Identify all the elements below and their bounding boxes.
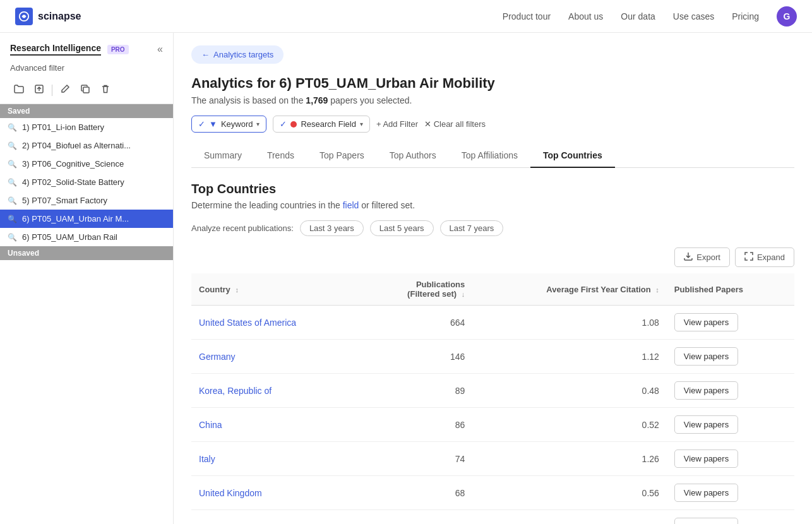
col-country: Country ↕: [191, 273, 362, 306]
avg-citation-uk: 0.56: [472, 476, 667, 510]
user-avatar[interactable]: G: [777, 6, 797, 27]
usa-link[interactable]: United States of America: [199, 318, 296, 328]
nav-about-us[interactable]: About us: [568, 11, 603, 21]
sidebar-item-3[interactable]: 🔍 3) PT06_Cognitive_Science: [0, 155, 173, 173]
sidebar-item-6[interactable]: 🔍 6) PT05_UAM_Urban Air M...: [0, 210, 173, 228]
tab-top-affiliations[interactable]: Top Affiliations: [449, 144, 530, 168]
view-papers-uk: View papers: [667, 476, 794, 510]
avg-citation-china: 0.52: [472, 408, 667, 442]
country-china: China: [191, 408, 362, 442]
svg-rect-2: [83, 87, 89, 93]
pubs-china: 86: [362, 408, 472, 442]
expand-button[interactable]: Expand: [735, 247, 794, 267]
tabs-row: Summary Trends Top Papers Top Authors To…: [191, 144, 794, 168]
country-germany: Germany: [191, 340, 362, 374]
nav-use-cases[interactable]: Use cases: [673, 11, 714, 21]
pro-badge: PRO: [107, 45, 129, 54]
unsaved-section-label: Unsaved: [0, 246, 173, 260]
filter-row: ✓ ▼ Keyword ▾ ✓ Research Field ▾ + Add F…: [191, 116, 794, 133]
sidebar-item-label-5: 5) PT07_Smart Factory: [22, 196, 107, 205]
korea-link[interactable]: Korea, Republic of: [199, 386, 272, 396]
collapse-button[interactable]: «: [157, 44, 163, 55]
sidebar-item-5[interactable]: 🔍 5) PT07_Smart Factory: [0, 191, 173, 210]
navbar-right: Product tour About us Our data Use cases…: [503, 6, 797, 27]
add-filter-button[interactable]: + Add Filter: [376, 119, 418, 129]
countries-table: Country ↕ Publications(Filtered set) ↓ A…: [191, 273, 794, 524]
view-papers-button-italy[interactable]: View papers: [674, 450, 738, 468]
research-field-filter-chip[interactable]: ✓ Research Field ▾: [273, 116, 369, 133]
search-icon-5: 🔍: [8, 196, 17, 205]
field-link[interactable]: field: [343, 200, 359, 210]
view-papers-button-usa[interactable]: View papers: [674, 313, 738, 331]
view-papers-button-germany[interactable]: View papers: [674, 347, 738, 366]
last-3-years-chip[interactable]: Last 3 years: [300, 220, 364, 236]
pubs-italy: 74: [362, 442, 472, 476]
nav-pricing[interactable]: Pricing: [732, 11, 759, 21]
italy-link[interactable]: Italy: [199, 454, 215, 464]
clear-filters-button[interactable]: ✕ Clear all filters: [424, 119, 486, 129]
view-papers-button-korea[interactable]: View papers: [674, 381, 738, 400]
search-icon-2: 🔍: [8, 141, 17, 150]
germany-link[interactable]: Germany: [199, 352, 236, 362]
navbar-left: scinapse: [15, 8, 81, 25]
tab-top-papers[interactable]: Top Papers: [307, 144, 377, 168]
china-link[interactable]: China: [199, 420, 222, 430]
paper-count: 1,769: [306, 95, 328, 105]
filter-label: Advanced filter: [0, 61, 173, 79]
main-content: ← Analytics targets Analytics for 6) PT0…: [174, 33, 812, 524]
table-header: Country ↕ Publications(Filtered set) ↓ A…: [191, 273, 794, 306]
export-label: Export: [696, 253, 720, 262]
tab-summary[interactable]: Summary: [191, 144, 254, 168]
tab-top-countries[interactable]: Top Countries: [530, 144, 615, 168]
uk-link[interactable]: United Kingdom: [199, 488, 262, 498]
col-avg-citation: Average First Year Citation ↕: [472, 273, 667, 306]
sidebar-item-7[interactable]: 🔍 6) PT05_UAM_Urban Rail: [0, 228, 173, 246]
last-7-years-chip[interactable]: Last 7 years: [440, 220, 504, 236]
copy-button[interactable]: [76, 81, 94, 98]
country-uk: United Kingdom: [191, 476, 362, 510]
logo-icon: [15, 8, 33, 25]
saved-list: 🔍 1) PT01_Li-ion Battery 🔍 2) PT04_Biofu…: [0, 118, 173, 246]
new-folder-button[interactable]: [10, 81, 28, 98]
sidebar-title-group: Research Intelligence PRO: [10, 43, 129, 56]
view-papers-button-uk[interactable]: View papers: [674, 484, 738, 502]
saved-section-label: Saved: [0, 104, 173, 118]
sidebar-item-4[interactable]: 🔍 4) PT02_Solid-State Battery: [0, 173, 173, 191]
view-papers-button-france[interactable]: View papers: [674, 518, 738, 524]
keyword-filter-icon: ▼: [209, 119, 217, 129]
keyword-filter-chip[interactable]: ✓ ▼ Keyword ▾: [191, 116, 266, 133]
export-button[interactable]: Export: [674, 247, 730, 267]
subtitle-before: The analysis is based on the: [191, 95, 306, 105]
navbar: scinapse Product tour About us Our data …: [0, 0, 812, 33]
sidebar-title: Research Intelligence: [10, 43, 101, 56]
edit-button[interactable]: [56, 81, 74, 98]
table-row: United States of America 664 1.08 View p…: [191, 306, 794, 340]
sort-icon-country[interactable]: ↕: [235, 286, 239, 294]
sidebar-item-1[interactable]: 🔍 1) PT01_Li-ion Battery: [0, 118, 173, 136]
recent-label: Analyze recent publications:: [191, 223, 294, 233]
tab-trends[interactable]: Trends: [254, 144, 307, 168]
sort-icon-avg-citation[interactable]: ↕: [655, 286, 659, 294]
search-icon-7: 🔍: [8, 233, 17, 242]
last-5-years-chip[interactable]: Last 5 years: [370, 220, 434, 236]
sidebar-item-label-4: 4) PT02_Solid-State Battery: [22, 177, 124, 187]
upload-button[interactable]: [30, 81, 48, 98]
france-link[interactable]: France: [199, 522, 227, 525]
sidebar-item-2[interactable]: 🔍 2) PT04_Biofuel as Alternati...: [0, 136, 173, 155]
delete-button[interactable]: [97, 81, 114, 98]
research-chevron-icon: ▾: [360, 121, 363, 128]
table-row: Germany 146 1.12 View papers: [191, 340, 794, 374]
back-button[interactable]: ← Analytics targets: [191, 45, 284, 64]
subtitle-after: papers you selected.: [328, 95, 412, 105]
col-publications: Publications(Filtered set) ↓: [362, 273, 472, 306]
nav-our-data[interactable]: Our data: [621, 11, 655, 21]
view-papers-button-china[interactable]: View papers: [674, 415, 738, 434]
subtitle-part1: Determine the leading countries in the: [191, 200, 343, 210]
search-icon-6: 🔍: [8, 215, 17, 223]
nav-product-tour[interactable]: Product tour: [503, 11, 551, 21]
back-arrow-icon: ←: [201, 50, 210, 59]
sort-icon-publications[interactable]: ↓: [462, 290, 465, 298]
table-row: Korea, Republic of 89 0.48 View papers: [191, 374, 794, 408]
pubs-korea: 89: [362, 374, 472, 408]
tab-top-authors[interactable]: Top Authors: [377, 144, 449, 168]
